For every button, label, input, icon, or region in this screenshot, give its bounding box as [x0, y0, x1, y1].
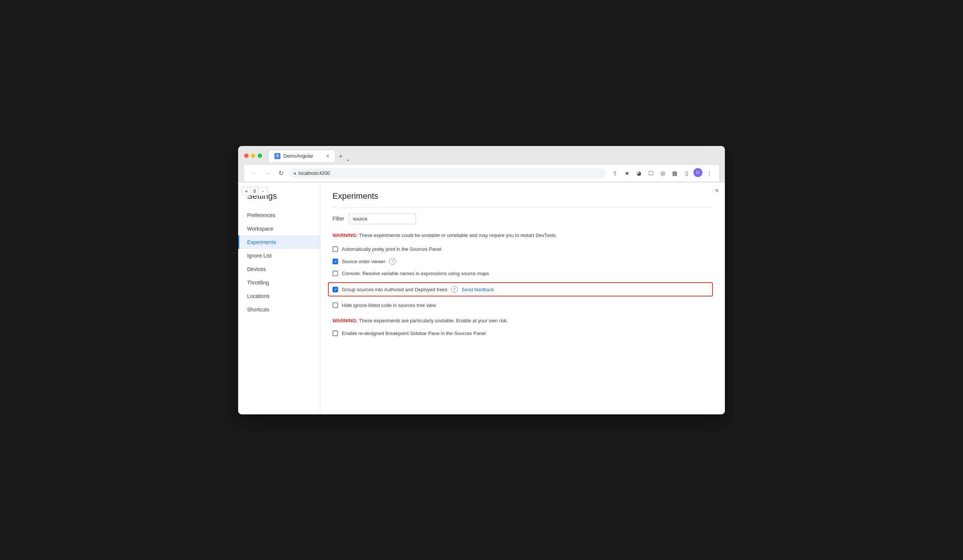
- traffic-light-red[interactable]: [244, 154, 249, 158]
- browser-controls: A DemoAngular × + ⌄: [244, 150, 719, 162]
- experiments-title: Experiments: [332, 191, 713, 207]
- tab-close-button[interactable]: ×: [326, 154, 329, 159]
- browser-tabs: A DemoAngular × + ⌄: [268, 150, 352, 162]
- tab-title: DemoAngular: [284, 153, 313, 159]
- warning-body-2: These experiments are particularly unsta…: [358, 318, 508, 324]
- share-button[interactable]: ⇧: [610, 168, 620, 178]
- sidebar-item-preferences[interactable]: Preferences: [238, 209, 320, 222]
- settings-main: Experiments Filter WARNING: These experi…: [321, 182, 725, 414]
- traffic-light-yellow[interactable]: [251, 154, 255, 158]
- browser-content: + 0 - × Settings Preferences Workspace E…: [238, 182, 725, 414]
- counter-value: 0: [250, 187, 259, 196]
- sidebar-item-workspace[interactable]: Workspace: [238, 222, 320, 235]
- extension-4-button[interactable]: ▩: [670, 168, 680, 178]
- experiment-item-pretty-print: Automatically pretty print in the Source…: [332, 246, 713, 252]
- sidebar-toggle-button[interactable]: ▯: [681, 168, 692, 178]
- warning-text-1: WARNING: These experiments could be unst…: [332, 232, 713, 239]
- settings-sidebar: Settings Preferences Workspace Experimen…: [238, 182, 321, 414]
- sidebar-item-experiments[interactable]: Experiments: [238, 235, 320, 249]
- filter-row: Filter: [332, 214, 713, 224]
- checkbox-source-order[interactable]: [332, 259, 338, 264]
- experiment-label-pretty-print: Automatically pretty print in the Source…: [342, 246, 441, 252]
- nav-forward-button[interactable]: →: [262, 168, 272, 178]
- new-tab-button[interactable]: +: [336, 152, 346, 162]
- traffic-lights: [244, 154, 262, 158]
- checkbox-pretty-print[interactable]: [332, 246, 338, 252]
- devtools-counter: + 0 -: [242, 187, 268, 196]
- experiment-label-source-order: Source order viewer: [342, 259, 385, 264]
- counter-minus-button[interactable]: -: [259, 187, 267, 196]
- warning-label-2: WARNING:: [332, 318, 358, 324]
- nav-refresh-button[interactable]: ↻: [276, 168, 286, 178]
- sidebar-item-throttling[interactable]: Throttling: [238, 276, 320, 289]
- sidebar-item-shortcuts[interactable]: Shortcuts: [238, 303, 320, 316]
- extension-3-button[interactable]: ◎: [657, 168, 668, 178]
- checkbox-console-maps[interactable]: [332, 271, 338, 276]
- sidebar-item-locations[interactable]: Locations: [238, 289, 320, 303]
- nav-back-button[interactable]: ←: [249, 168, 259, 178]
- help-icon-group-sources[interactable]: ?: [451, 286, 458, 293]
- settings-container: Settings Preferences Workspace Experimen…: [238, 182, 725, 414]
- traffic-light-green[interactable]: [258, 154, 262, 158]
- warning-text-2: WARNING: These experiments are particula…: [332, 317, 713, 325]
- settings-close-button[interactable]: ×: [715, 187, 719, 195]
- extension-2-button[interactable]: ☐: [645, 168, 656, 178]
- experiment-label-group-sources: Group sources into Authored and Deployed…: [342, 287, 447, 292]
- tab-favicon: A: [274, 153, 280, 159]
- address-text: localhost:4200: [298, 170, 330, 176]
- warning-body-1: These experiments could be unstable or u…: [358, 233, 557, 238]
- experiment-item-source-order: Source order viewer ?: [332, 258, 713, 265]
- experiment-item-console-maps: Console: Resolve variable names in expre…: [332, 271, 713, 276]
- warning-label-1: WARNING:: [332, 233, 358, 238]
- sidebar-item-ignore-list[interactable]: Ignore List: [238, 249, 320, 262]
- bookmark-button[interactable]: ★: [621, 168, 632, 178]
- filter-input[interactable]: [349, 214, 416, 224]
- browser-tab-active[interactable]: A DemoAngular ×: [268, 150, 336, 162]
- browser-navbar: ← → ↻ ● localhost:4200 ⇧ ★ ◕ ☐ ◎ ▩ ▯ U ⋮: [244, 165, 719, 182]
- experiment-label-console-maps: Console: Resolve variable names in expre…: [342, 271, 489, 276]
- extension-1-button[interactable]: ◕: [634, 168, 644, 178]
- checkbox-group-sources[interactable]: [332, 287, 338, 292]
- profile-button[interactable]: U: [694, 168, 702, 177]
- filter-label: Filter: [332, 215, 344, 222]
- experiment-item-breakpoint-sidebar: Enable re-designed Breakpoint Sidebar Pa…: [332, 330, 713, 336]
- experiment-label-breakpoint-sidebar: Enable re-designed Breakpoint Sidebar Pa…: [342, 330, 486, 336]
- help-icon-source-order[interactable]: ?: [389, 258, 396, 265]
- sidebar-item-devices[interactable]: Devices: [238, 262, 320, 276]
- experiment-item-group-sources: Group sources into Authored and Deployed…: [328, 282, 713, 296]
- experiment-label-hide-ignore: Hide ignore-listed code in sources tree …: [342, 303, 436, 308]
- window-dropdown[interactable]: ⌄: [346, 156, 352, 162]
- address-bar[interactable]: ● localhost:4200: [289, 168, 606, 178]
- send-feedback-link[interactable]: Send feedback: [462, 287, 494, 292]
- nav-action-buttons: ⇧ ★ ◕ ☐ ◎ ▩ ▯ U ⋮: [610, 168, 714, 178]
- menu-button[interactable]: ⋮: [704, 168, 714, 178]
- counter-plus-button[interactable]: +: [242, 187, 250, 196]
- checkbox-breakpoint-sidebar[interactable]: [332, 330, 338, 336]
- browser-window: A DemoAngular × + ⌄ ← → ↻ ● localhost:42…: [238, 146, 725, 414]
- browser-titlebar: A DemoAngular × + ⌄ ← → ↻ ● localhost:42…: [238, 146, 725, 182]
- experiment-item-hide-ignore: Hide ignore-listed code in sources tree …: [332, 303, 713, 308]
- checkbox-hide-ignore[interactable]: [332, 303, 338, 308]
- address-lock-icon: ●: [293, 171, 296, 176]
